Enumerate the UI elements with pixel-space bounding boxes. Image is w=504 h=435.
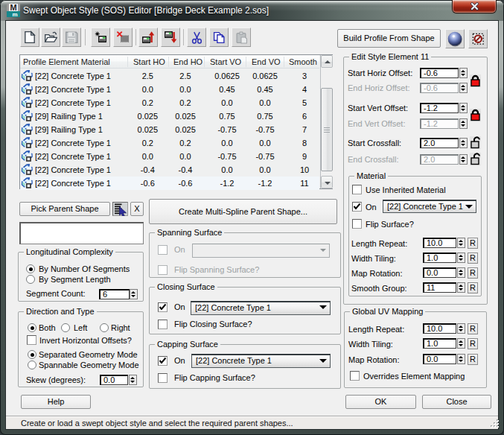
svg-text:m: m (12, 11, 17, 17)
